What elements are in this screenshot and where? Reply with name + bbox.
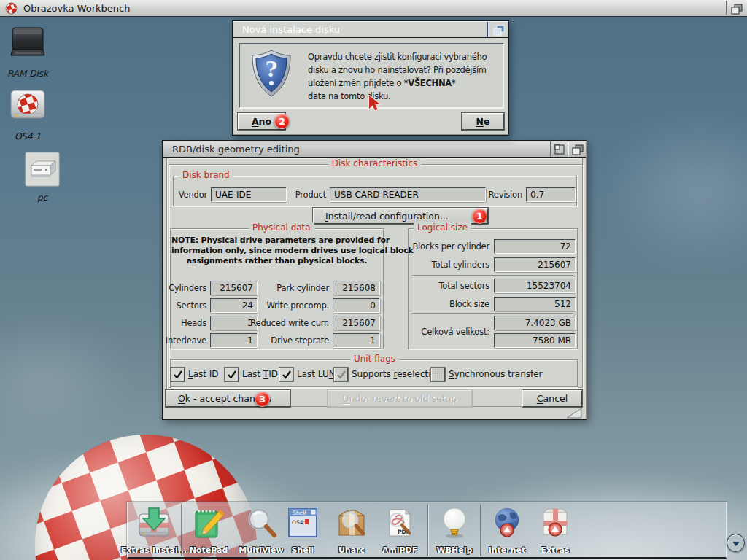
depth-icon bbox=[571, 144, 584, 155]
drive-steprate-field[interactable]: 1 bbox=[333, 333, 380, 348]
logical-separator bbox=[412, 275, 573, 276]
dock-item-shell[interactable]: Shell OS4: Shell bbox=[277, 505, 328, 556]
park-cylinder-field[interactable]: 215608 bbox=[333, 281, 380, 295]
logical-separator bbox=[412, 313, 573, 314]
no-button[interactable]: Ne bbox=[462, 113, 504, 130]
desktop-icon-os41[interactable]: OS4.1 bbox=[6, 86, 50, 141]
rdb-zoom-gadget[interactable] bbox=[551, 141, 568, 157]
svg-text:OS4:: OS4: bbox=[292, 519, 305, 526]
group-label-disk-characteristics: Disk characteristics bbox=[328, 158, 422, 168]
desktop-icon-label: pc bbox=[22, 192, 63, 203]
revision-field[interactable]: 0.7 bbox=[526, 187, 576, 202]
blocks-per-cylinder-field[interactable]: 72 bbox=[494, 239, 576, 254]
physical-note-line3: assignments rather than physical blocks. bbox=[171, 256, 382, 265]
annotation-badge-1: 1 bbox=[472, 209, 487, 224]
dock-item-internet[interactable]: Internet bbox=[481, 505, 533, 556]
dialog-titlebar[interactable]: Nová instalace disku bbox=[233, 22, 508, 38]
cancel-button[interactable]: Cancel bbox=[522, 390, 582, 407]
dock-item-label: Extras bbox=[541, 545, 569, 555]
dialog-depth-gadget[interactable] bbox=[489, 22, 508, 37]
desktop-icon-pc[interactable]: pc bbox=[22, 152, 63, 203]
amipdf-icon: PDF bbox=[382, 505, 417, 543]
dock-separator bbox=[480, 504, 481, 556]
titlebar-separator bbox=[487, 22, 488, 37]
sectors-field[interactable]: 24 bbox=[210, 298, 258, 313]
dock-item-extras[interactable]: Extras bbox=[530, 505, 581, 556]
os41-drive-icon bbox=[9, 86, 47, 127]
workbench-screen: Obrazovka Workbench RAM Disk bbox=[0, 0, 747, 560]
checkbox-label-supports-reselection: Supports reselection bbox=[352, 368, 442, 381]
screen-depth-gadget[interactable] bbox=[728, 1, 746, 16]
dock-item-label: Extras Instal... bbox=[121, 545, 187, 555]
dock-separator bbox=[427, 504, 428, 556]
wbhelp-bulb-icon bbox=[437, 505, 472, 543]
checkbox-supports-reselection bbox=[334, 368, 348, 381]
dock-item-label: Unarc bbox=[338, 545, 365, 555]
window-resize-gadget[interactable] bbox=[566, 408, 582, 419]
dock-item-notepad[interactable]: NotePad bbox=[183, 505, 234, 556]
checkbox-last-id[interactable] bbox=[171, 368, 185, 381]
block-size-field[interactable]: 512 bbox=[494, 297, 576, 311]
block-size-label: Block size bbox=[449, 297, 489, 311]
total-sectors-field[interactable]: 15523704 bbox=[494, 279, 576, 293]
checkbox-last-lun[interactable] bbox=[279, 368, 293, 381]
product-label: Product bbox=[295, 187, 326, 202]
titlebar-separator bbox=[568, 141, 568, 157]
depth-icon bbox=[730, 3, 743, 15]
extras-installer-icon bbox=[136, 505, 171, 543]
physical-note-line1: NOTE: Physical drive parameters are prov… bbox=[171, 236, 382, 245]
dock-hide-button[interactable] bbox=[727, 534, 745, 552]
emphasized-text: *VŠECHNA* bbox=[404, 78, 456, 88]
sectors-label: Sectors bbox=[176, 298, 206, 313]
pc-drive-icon bbox=[25, 152, 60, 188]
cloud bbox=[598, 109, 747, 270]
screen-title: Obrazovka Workbench bbox=[23, 3, 130, 14]
checkbox-last-tid[interactable] bbox=[225, 368, 239, 381]
ok-accept-changes-button[interactable]: Ok - accept changes bbox=[166, 390, 290, 407]
vendor-field[interactable]: UAE-IDE bbox=[211, 187, 287, 202]
total-cylinders-field[interactable]: 215607 bbox=[494, 257, 576, 272]
dock-item-wbhelp[interactable]: WBHelp bbox=[429, 505, 480, 556]
interleave-field[interactable]: 1 bbox=[210, 333, 258, 348]
reduced-write-curr-label: Reduced write curr. bbox=[250, 316, 329, 330]
dialog-message-line2: disku a znovu ho nainstalovat? Při pozdě… bbox=[308, 63, 487, 77]
dock-item-extras-installer[interactable]: Extras Instal... bbox=[128, 505, 179, 556]
reduced-write-curr-field[interactable]: 215607 bbox=[333, 316, 380, 330]
revision-label: Revision bbox=[489, 187, 522, 202]
total-size-gb-field: 7.4023 GB bbox=[494, 316, 576, 330]
check-icon bbox=[227, 370, 237, 380]
rdb-depth-gadget[interactable] bbox=[569, 141, 587, 157]
total-cylinders-label: Total cylinders bbox=[432, 257, 489, 272]
install-read-configuration-button[interactable]: Install/read configuration... bbox=[313, 208, 488, 224]
chevron-down-icon bbox=[732, 542, 740, 546]
rdb-titlebar[interactable]: RDB/disk geometry editing bbox=[163, 141, 586, 158]
blocks-per-cylinder-label: Blocks per cylinder bbox=[412, 239, 489, 254]
vendor-label: Vendor bbox=[179, 187, 207, 202]
depth-icon bbox=[492, 24, 506, 36]
screen-titlebar[interactable]: Obrazovka Workbench bbox=[0, 0, 747, 17]
dock-item-label: AmiPDF bbox=[382, 545, 417, 555]
cloud bbox=[0, 314, 131, 445]
cylinders-field[interactable]: 215607 bbox=[210, 281, 258, 295]
write-precomp-field[interactable]: 0 bbox=[333, 298, 380, 313]
dock-item-unarc[interactable]: Unarc bbox=[326, 505, 377, 556]
internet-globe-icon bbox=[489, 505, 525, 543]
dock-item-label: Internet bbox=[489, 545, 526, 555]
notepad-icon bbox=[191, 505, 226, 543]
checkbox-label-last-id: Last ID bbox=[188, 368, 219, 381]
desktop-icon-label: OS4.1 bbox=[6, 131, 50, 141]
interleave-label: Interleave bbox=[166, 333, 206, 348]
check-icon bbox=[173, 370, 183, 380]
check-icon bbox=[282, 370, 292, 380]
write-precomp-label: Write precomp. bbox=[266, 298, 329, 313]
desktop-icon-ramdisk[interactable]: RAM Disk bbox=[6, 23, 50, 79]
rdb-window-title: RDB/disk geometry editing bbox=[172, 144, 300, 155]
product-field[interactable]: USB CARD READER bbox=[330, 187, 486, 202]
group-label-logical-size: Logical size bbox=[414, 222, 471, 233]
checkbox-label-synchronous-transfer: Synchronous transfer bbox=[449, 368, 543, 381]
group-label-unit-flags: Unit flags bbox=[350, 354, 399, 364]
check-icon bbox=[336, 370, 347, 380]
zoom-icon bbox=[554, 144, 565, 155]
dock-item-label: Shell bbox=[292, 545, 314, 555]
dock-item-amipdf[interactable]: PDF AmiPDF bbox=[374, 505, 425, 556]
